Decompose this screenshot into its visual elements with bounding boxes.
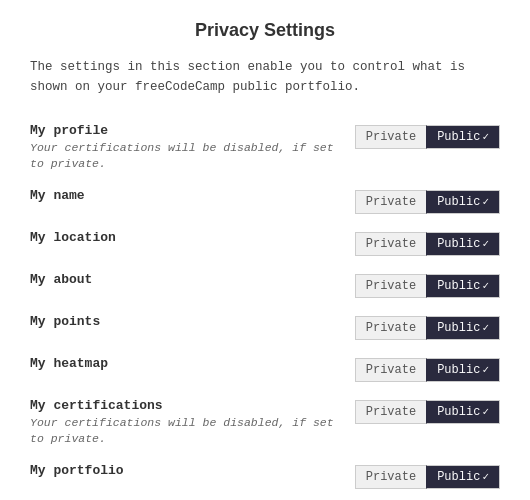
label-block-my-location: My location [30, 230, 355, 245]
settings-list: My profileYour certifications will be di… [30, 115, 500, 500]
toggle-group-my-certifications: PrivatePublic✓ [355, 400, 500, 424]
setting-row-my-points: My pointsPrivatePublic✓ [30, 306, 500, 348]
setting-row-my-about: My aboutPrivatePublic✓ [30, 264, 500, 306]
private-btn-my-heatmap[interactable]: Private [355, 358, 426, 382]
label-my-certifications: My certifications [30, 398, 335, 413]
label-my-portfolio: My portfolio [30, 463, 335, 478]
setting-row-my-certifications: My certificationsYour certifications wil… [30, 390, 500, 455]
public-btn-my-name[interactable]: Public✓ [426, 190, 500, 214]
check-icon: ✓ [482, 238, 489, 250]
private-btn-my-location[interactable]: Private [355, 232, 426, 256]
label-my-points: My points [30, 314, 335, 329]
sublabel-my-certifications: Your certifications will be disabled, if… [30, 415, 335, 447]
intro-text: The settings in this section enable you … [30, 57, 500, 97]
toggle-group-my-about: PrivatePublic✓ [355, 274, 500, 298]
check-icon: ✓ [482, 131, 489, 143]
private-btn-my-portfolio[interactable]: Private [355, 465, 426, 489]
private-btn-my-name[interactable]: Private [355, 190, 426, 214]
check-icon: ✓ [482, 406, 489, 418]
label-block-my-name: My name [30, 188, 355, 203]
label-block-my-portfolio: My portfolio [30, 463, 355, 478]
private-btn-my-points[interactable]: Private [355, 316, 426, 340]
page-container: Privacy Settings The settings in this se… [0, 0, 530, 500]
public-btn-my-about[interactable]: Public✓ [426, 274, 500, 298]
check-icon: ✓ [482, 364, 489, 376]
label-block-my-profile: My profileYour certifications will be di… [30, 123, 355, 172]
public-btn-my-location[interactable]: Public✓ [426, 232, 500, 256]
check-icon: ✓ [482, 471, 489, 483]
public-btn-my-points[interactable]: Public✓ [426, 316, 500, 340]
label-my-location: My location [30, 230, 335, 245]
page-title: Privacy Settings [30, 20, 500, 41]
check-icon: ✓ [482, 196, 489, 208]
label-my-heatmap: My heatmap [30, 356, 335, 371]
public-btn-my-profile[interactable]: Public✓ [426, 125, 500, 149]
private-btn-my-about[interactable]: Private [355, 274, 426, 298]
public-btn-my-certifications[interactable]: Public✓ [426, 400, 500, 424]
label-my-profile: My profile [30, 123, 335, 138]
label-block-my-certifications: My certificationsYour certifications wil… [30, 398, 355, 447]
label-my-name: My name [30, 188, 335, 203]
toggle-group-my-location: PrivatePublic✓ [355, 232, 500, 256]
setting-row-my-heatmap: My heatmapPrivatePublic✓ [30, 348, 500, 390]
toggle-group-my-profile: PrivatePublic✓ [355, 125, 500, 149]
setting-row-my-portfolio: My portfolioPrivatePublic✓ [30, 455, 500, 497]
label-block-my-about: My about [30, 272, 355, 287]
setting-row-my-location: My locationPrivatePublic✓ [30, 222, 500, 264]
label-block-my-points: My points [30, 314, 355, 329]
sublabel-my-profile: Your certifications will be disabled, if… [30, 140, 335, 172]
label-my-about: My about [30, 272, 335, 287]
public-btn-my-heatmap[interactable]: Public✓ [426, 358, 500, 382]
setting-row-my-profile: My profileYour certifications will be di… [30, 115, 500, 180]
toggle-group-my-name: PrivatePublic✓ [355, 190, 500, 214]
check-icon: ✓ [482, 280, 489, 292]
setting-row-my-name: My namePrivatePublic✓ [30, 180, 500, 222]
check-icon: ✓ [482, 322, 489, 334]
private-btn-my-profile[interactable]: Private [355, 125, 426, 149]
label-block-my-heatmap: My heatmap [30, 356, 355, 371]
toggle-group-my-heatmap: PrivatePublic✓ [355, 358, 500, 382]
private-btn-my-certifications[interactable]: Private [355, 400, 426, 424]
toggle-group-my-points: PrivatePublic✓ [355, 316, 500, 340]
toggle-group-my-portfolio: PrivatePublic✓ [355, 465, 500, 489]
public-btn-my-portfolio[interactable]: Public✓ [426, 465, 500, 489]
